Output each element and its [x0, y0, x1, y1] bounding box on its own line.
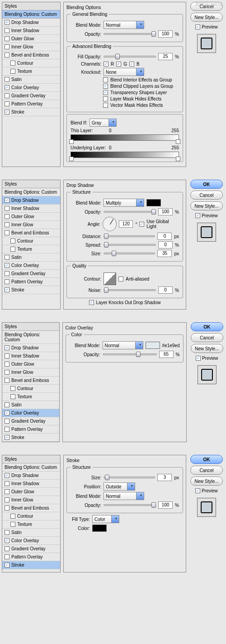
style-contour[interactable]: Contour: [2, 512, 60, 520]
checkbox-icon[interactable]: [5, 28, 9, 33]
new-style-button[interactable]: New Style...: [191, 344, 223, 353]
blending-options-item[interactable]: Blending Options: Custom: [2, 188, 60, 196]
opacity-input[interactable]: 100: [158, 208, 173, 215]
checkbox-icon[interactable]: [5, 206, 9, 211]
underlying-gradient[interactable]: [71, 152, 179, 158]
checkbox-icon[interactable]: [5, 402, 9, 407]
checkbox-icon[interactable]: [10, 522, 15, 527]
style-gradient-overlay[interactable]: Gradient Overlay: [2, 270, 60, 278]
checkbox-icon[interactable]: [10, 514, 15, 519]
distance-input[interactable]: 0: [157, 233, 172, 240]
color-swatch[interactable]: [146, 199, 161, 206]
size-slider[interactable]: [104, 253, 155, 254]
blend-mode-dropdown[interactable]: Normal: [103, 341, 143, 349]
checkbox-icon[interactable]: [5, 279, 9, 284]
checkbox-icon[interactable]: [5, 85, 9, 90]
checkbox-icon[interactable]: [5, 362, 9, 367]
blending-options-item[interactable]: Blending Options: Custom: [2, 331, 59, 344]
style-drop-shadow[interactable]: Drop Shadow: [2, 196, 60, 205]
ok-button[interactable]: OK: [190, 455, 223, 464]
checkbox-icon[interactable]: [5, 530, 9, 535]
style-color-overlay[interactable]: Color Overlay: [2, 84, 60, 92]
style-texture[interactable]: Texture: [2, 393, 59, 401]
style-contour[interactable]: Contour: [2, 385, 59, 393]
checkbox-icon[interactable]: [5, 110, 9, 114]
style-color-overlay[interactable]: Color Overlay: [2, 262, 60, 270]
opt4-checkbox[interactable]: [103, 96, 108, 101]
ok-button[interactable]: OK: [191, 322, 223, 331]
global-light-checkbox[interactable]: [139, 222, 144, 227]
style-inner-glow[interactable]: Inner Glow: [2, 496, 60, 504]
opt5-checkbox[interactable]: [103, 103, 108, 108]
cancel-button[interactable]: Cancel: [190, 466, 223, 475]
checkbox-icon[interactable]: [5, 427, 9, 432]
style-texture[interactable]: Texture: [2, 245, 60, 253]
size-input[interactable]: 3: [157, 474, 172, 481]
checkbox-icon[interactable]: [5, 222, 9, 227]
this-layer-gradient[interactable]: [71, 134, 179, 141]
knocks-out-checkbox[interactable]: [89, 300, 94, 305]
style-inner-shadow[interactable]: Inner Shadow: [2, 205, 60, 213]
preview-checkbox[interactable]: [196, 356, 201, 361]
checkbox-icon[interactable]: [5, 419, 9, 424]
style-drop-shadow[interactable]: Drop Shadow: [2, 19, 60, 27]
checkbox-icon[interactable]: [10, 239, 15, 243]
cancel-button[interactable]: Cancel: [191, 333, 223, 342]
noise-slider[interactable]: [104, 289, 156, 291]
style-stroke[interactable]: Stroke: [2, 108, 60, 116]
opt1-checkbox[interactable]: [103, 77, 108, 82]
opacity-input[interactable]: 100: [158, 501, 173, 509]
spread-slider[interactable]: [104, 244, 156, 246]
checkbox-icon[interactable]: [5, 506, 9, 510]
antialiased-checkbox[interactable]: [118, 277, 123, 281]
angle-input[interactable]: 120: [119, 220, 133, 228]
channel-r-checkbox[interactable]: [104, 62, 108, 67]
checkbox-icon[interactable]: [5, 230, 9, 235]
style-inner-shadow[interactable]: Inner Shadow: [2, 352, 59, 360]
checkbox-icon[interactable]: [5, 353, 9, 358]
style-stroke[interactable]: Stroke: [2, 561, 60, 569]
style-bevel[interactable]: Bevel and Emboss: [2, 377, 59, 385]
style-inner-shadow[interactable]: Inner Shadow: [2, 27, 60, 35]
opacity-slider[interactable]: [104, 211, 156, 213]
style-texture[interactable]: Texture: [2, 520, 60, 529]
style-bevel[interactable]: Bevel and Emboss: [2, 504, 60, 512]
preview-checkbox[interactable]: [195, 24, 200, 29]
checkbox-icon[interactable]: [10, 394, 15, 399]
checkbox-icon[interactable]: [5, 481, 9, 486]
size-input[interactable]: 35: [157, 250, 172, 257]
checkbox-icon[interactable]: [5, 214, 9, 219]
color-swatch[interactable]: [146, 342, 160, 349]
ok-button[interactable]: OK: [190, 180, 223, 189]
spread-input[interactable]: 0: [158, 241, 173, 248]
cancel-button[interactable]: Cancel: [190, 191, 223, 200]
new-style-button[interactable]: New Style...: [190, 13, 223, 22]
fill-type-dropdown[interactable]: Color: [92, 515, 119, 523]
size-slider[interactable]: [104, 477, 155, 478]
checkbox-icon[interactable]: [5, 101, 9, 106]
contour-picker[interactable]: [104, 272, 116, 285]
checkbox-icon[interactable]: [5, 198, 9, 203]
style-satin[interactable]: Satin: [2, 401, 59, 409]
style-color-overlay[interactable]: Color Overlay: [2, 537, 60, 545]
knockout-dropdown[interactable]: None: [104, 68, 144, 76]
checkbox-icon[interactable]: [5, 489, 9, 494]
style-pattern-overlay[interactable]: Pattern Overlay: [2, 100, 60, 108]
checkbox-icon[interactable]: [5, 36, 9, 41]
checkbox-icon[interactable]: [5, 370, 9, 375]
style-outer-glow[interactable]: Outer Glow: [2, 213, 60, 221]
style-outer-glow[interactable]: Outer Glow: [2, 488, 60, 496]
style-bevel[interactable]: Bevel and Emboss: [2, 229, 60, 237]
blend-mode-dropdown[interactable]: Multiply: [104, 199, 144, 207]
checkbox-icon[interactable]: [5, 435, 9, 440]
checkbox-icon[interactable]: [5, 546, 9, 551]
opt2-checkbox[interactable]: [103, 84, 108, 89]
checkbox-icon[interactable]: [5, 287, 9, 292]
opacity-slider[interactable]: [104, 33, 156, 35]
style-inner-glow[interactable]: Inner Glow: [2, 221, 60, 229]
opacity-input[interactable]: 100: [158, 30, 173, 38]
style-inner-glow[interactable]: Inner Glow: [2, 43, 60, 51]
style-gradient-overlay[interactable]: Gradient Overlay: [2, 417, 59, 425]
checkbox-icon[interactable]: [5, 77, 9, 82]
blend-mode-dropdown[interactable]: Normal: [104, 492, 144, 500]
